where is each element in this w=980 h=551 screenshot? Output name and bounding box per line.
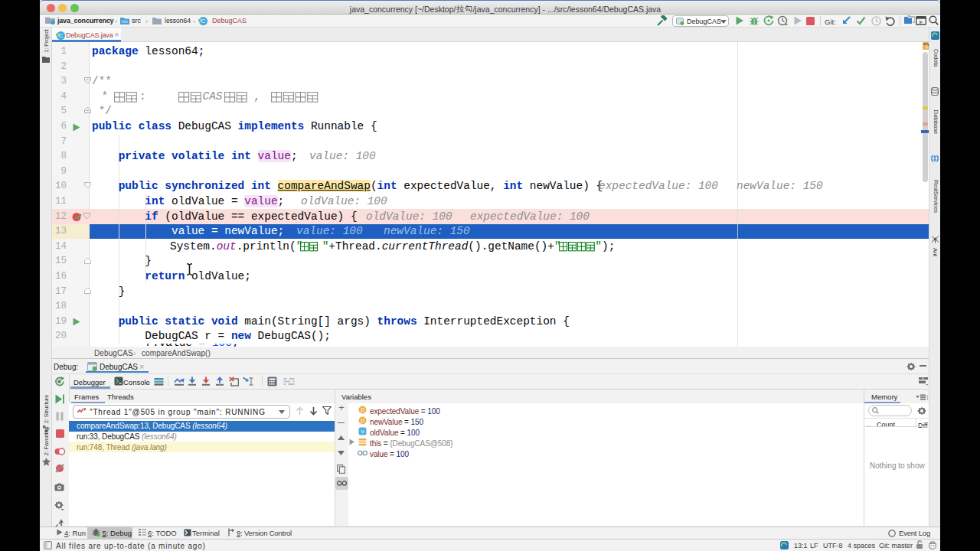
svg-text:v: v (361, 428, 364, 435)
svg-text:C: C (201, 18, 206, 24)
svg-text:p: p (361, 416, 364, 424)
svg-text:p: p (361, 406, 364, 413)
svg-text:1: 1 (926, 395, 928, 400)
svg-text:C: C (59, 32, 64, 39)
